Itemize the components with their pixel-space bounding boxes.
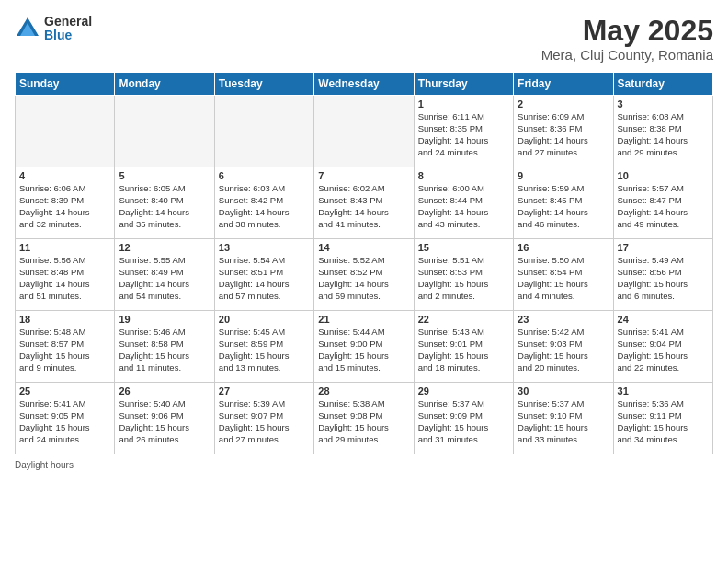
day-number: 2 bbox=[518, 98, 609, 109]
footer-note: Daylight hours bbox=[15, 460, 713, 470]
day-info: Sunrise: 6:06 AMSunset: 8:39 PMDaylight:… bbox=[19, 183, 110, 230]
day-info: Sunrise: 5:45 AMSunset: 8:59 PMDaylight:… bbox=[219, 327, 310, 373]
header-sunday: Sunday bbox=[16, 73, 115, 96]
calendar-week-1: 1Sunrise: 6:11 AMSunset: 8:35 PMDaylight… bbox=[16, 96, 713, 167]
calendar-cell: 26Sunrise: 5:40 AMSunset: 9:06 PMDayligh… bbox=[115, 383, 214, 454]
calendar-cell: 3Sunrise: 6:08 AMSunset: 8:38 PMDaylight… bbox=[613, 96, 712, 167]
calendar-subtitle: Mera, Cluj County, Romania bbox=[541, 47, 713, 63]
calendar-cell: 10Sunrise: 5:57 AMSunset: 8:47 PMDayligh… bbox=[613, 167, 712, 239]
day-info: Sunrise: 5:41 AMSunset: 9:04 PMDaylight:… bbox=[618, 327, 709, 373]
day-info: Sunrise: 5:55 AMSunset: 8:49 PMDaylight:… bbox=[119, 255, 210, 302]
calendar-cell: 13Sunrise: 5:54 AMSunset: 8:51 PMDayligh… bbox=[214, 239, 313, 311]
day-number: 5 bbox=[119, 170, 210, 181]
logo-text: General Blue bbox=[44, 15, 92, 43]
calendar-cell: 31Sunrise: 5:36 AMSunset: 9:11 PMDayligh… bbox=[613, 383, 712, 454]
day-info: Sunrise: 5:37 AMSunset: 9:09 PMDaylight:… bbox=[418, 398, 509, 445]
calendar-cell: 11Sunrise: 5:56 AMSunset: 8:48 PMDayligh… bbox=[16, 239, 115, 311]
day-number: 28 bbox=[318, 385, 409, 396]
logo-blue: Blue bbox=[44, 29, 92, 42]
calendar-cell: 16Sunrise: 5:50 AMSunset: 8:54 PMDayligh… bbox=[514, 239, 613, 311]
day-number: 7 bbox=[318, 170, 409, 181]
day-number: 16 bbox=[518, 242, 609, 253]
day-number: 19 bbox=[119, 314, 210, 325]
header-thursday: Thursday bbox=[414, 73, 513, 96]
day-info: Sunrise: 6:05 AMSunset: 8:40 PMDaylight:… bbox=[119, 183, 210, 230]
day-number: 23 bbox=[518, 314, 609, 325]
calendar-cell: 19Sunrise: 5:46 AMSunset: 8:58 PMDayligh… bbox=[115, 311, 214, 383]
calendar-cell: 4Sunrise: 6:06 AMSunset: 8:39 PMDaylight… bbox=[16, 167, 115, 239]
day-number: 31 bbox=[618, 385, 709, 396]
day-info: Sunrise: 5:43 AMSunset: 9:01 PMDaylight:… bbox=[418, 327, 509, 373]
calendar-header-row: Sunday Monday Tuesday Wednesday Thursday… bbox=[16, 73, 713, 96]
calendar-cell: 22Sunrise: 5:43 AMSunset: 9:01 PMDayligh… bbox=[414, 311, 513, 383]
day-number: 21 bbox=[318, 314, 409, 325]
calendar-cell: 23Sunrise: 5:42 AMSunset: 9:03 PMDayligh… bbox=[514, 311, 613, 383]
day-number: 24 bbox=[618, 314, 709, 325]
header-tuesday: Tuesday bbox=[214, 73, 313, 96]
day-number: 27 bbox=[219, 385, 310, 396]
day-number: 22 bbox=[418, 314, 509, 325]
day-info: Sunrise: 5:57 AMSunset: 8:47 PMDaylight:… bbox=[618, 183, 709, 230]
day-number: 13 bbox=[219, 242, 310, 253]
day-info: Sunrise: 6:00 AMSunset: 8:44 PMDaylight:… bbox=[418, 183, 509, 230]
header-monday: Monday bbox=[115, 73, 214, 96]
day-info: Sunrise: 6:02 AMSunset: 8:43 PMDaylight:… bbox=[318, 183, 409, 230]
day-number: 30 bbox=[518, 385, 609, 396]
header-friday: Friday bbox=[514, 73, 613, 96]
calendar-cell: 6Sunrise: 6:03 AMSunset: 8:42 PMDaylight… bbox=[214, 167, 313, 239]
calendar-cell: 9Sunrise: 5:59 AMSunset: 8:45 PMDaylight… bbox=[514, 167, 613, 239]
calendar-week-2: 4Sunrise: 6:06 AMSunset: 8:39 PMDaylight… bbox=[16, 167, 713, 239]
day-info: Sunrise: 5:41 AMSunset: 9:05 PMDaylight:… bbox=[19, 398, 110, 445]
calendar-week-5: 25Sunrise: 5:41 AMSunset: 9:05 PMDayligh… bbox=[16, 383, 713, 454]
day-info: Sunrise: 6:08 AMSunset: 8:38 PMDaylight:… bbox=[618, 111, 709, 158]
calendar-cell bbox=[16, 96, 115, 167]
header-wednesday: Wednesday bbox=[314, 73, 414, 96]
day-info: Sunrise: 5:52 AMSunset: 8:52 PMDaylight:… bbox=[318, 255, 409, 302]
calendar-cell: 20Sunrise: 5:45 AMSunset: 8:59 PMDayligh… bbox=[214, 311, 313, 383]
calendar-cell: 18Sunrise: 5:48 AMSunset: 8:57 PMDayligh… bbox=[16, 311, 115, 383]
calendar-cell: 8Sunrise: 6:00 AMSunset: 8:44 PMDaylight… bbox=[414, 167, 513, 239]
day-info: Sunrise: 5:49 AMSunset: 8:56 PMDaylight:… bbox=[618, 255, 709, 302]
day-info: Sunrise: 5:37 AMSunset: 9:10 PMDaylight:… bbox=[518, 398, 609, 445]
logo: General Blue bbox=[15, 15, 92, 43]
page: General Blue May 2025 Mera, Cluj County,… bbox=[0, 0, 728, 563]
day-number: 10 bbox=[618, 170, 709, 181]
calendar-cell: 7Sunrise: 6:02 AMSunset: 8:43 PMDaylight… bbox=[314, 167, 414, 239]
day-number: 18 bbox=[19, 314, 110, 325]
calendar-cell: 1Sunrise: 6:11 AMSunset: 8:35 PMDaylight… bbox=[414, 96, 513, 167]
calendar-week-4: 18Sunrise: 5:48 AMSunset: 8:57 PMDayligh… bbox=[16, 311, 713, 383]
calendar-cell: 15Sunrise: 5:51 AMSunset: 8:53 PMDayligh… bbox=[414, 239, 513, 311]
day-info: Sunrise: 5:54 AMSunset: 8:51 PMDaylight:… bbox=[219, 255, 310, 302]
calendar-cell: 5Sunrise: 6:05 AMSunset: 8:40 PMDaylight… bbox=[115, 167, 214, 239]
day-number: 29 bbox=[418, 385, 509, 396]
title-block: May 2025 Mera, Cluj County, Romania bbox=[541, 15, 713, 63]
calendar-cell: 28Sunrise: 5:38 AMSunset: 9:08 PMDayligh… bbox=[314, 383, 414, 454]
calendar-cell: 14Sunrise: 5:52 AMSunset: 8:52 PMDayligh… bbox=[314, 239, 414, 311]
day-info: Sunrise: 5:38 AMSunset: 9:08 PMDaylight:… bbox=[318, 398, 409, 445]
day-info: Sunrise: 5:48 AMSunset: 8:57 PMDaylight:… bbox=[19, 327, 110, 373]
calendar-cell bbox=[314, 96, 414, 167]
calendar-cell bbox=[115, 96, 214, 167]
day-number: 1 bbox=[418, 98, 509, 109]
logo-icon bbox=[15, 16, 40, 41]
calendar-cell: 21Sunrise: 5:44 AMSunset: 9:00 PMDayligh… bbox=[314, 311, 414, 383]
day-number: 3 bbox=[618, 98, 709, 109]
calendar-week-3: 11Sunrise: 5:56 AMSunset: 8:48 PMDayligh… bbox=[16, 239, 713, 311]
day-info: Sunrise: 6:11 AMSunset: 8:35 PMDaylight:… bbox=[418, 111, 509, 158]
calendar-cell: 27Sunrise: 5:39 AMSunset: 9:07 PMDayligh… bbox=[214, 383, 313, 454]
day-info: Sunrise: 5:56 AMSunset: 8:48 PMDaylight:… bbox=[19, 255, 110, 302]
logo-general: General bbox=[44, 15, 92, 29]
day-number: 9 bbox=[518, 170, 609, 181]
day-info: Sunrise: 5:42 AMSunset: 9:03 PMDaylight:… bbox=[518, 327, 609, 373]
day-number: 11 bbox=[19, 242, 110, 253]
day-info: Sunrise: 5:51 AMSunset: 8:53 PMDaylight:… bbox=[418, 255, 509, 302]
calendar-cell: 17Sunrise: 5:49 AMSunset: 8:56 PMDayligh… bbox=[613, 239, 712, 311]
day-number: 25 bbox=[19, 385, 110, 396]
day-number: 12 bbox=[119, 242, 210, 253]
day-info: Sunrise: 5:46 AMSunset: 8:58 PMDaylight:… bbox=[119, 327, 210, 373]
day-number: 15 bbox=[418, 242, 509, 253]
day-number: 4 bbox=[19, 170, 110, 181]
calendar-table: Sunday Monday Tuesday Wednesday Thursday… bbox=[15, 72, 713, 454]
day-number: 20 bbox=[219, 314, 310, 325]
day-info: Sunrise: 5:50 AMSunset: 8:54 PMDaylight:… bbox=[518, 255, 609, 302]
